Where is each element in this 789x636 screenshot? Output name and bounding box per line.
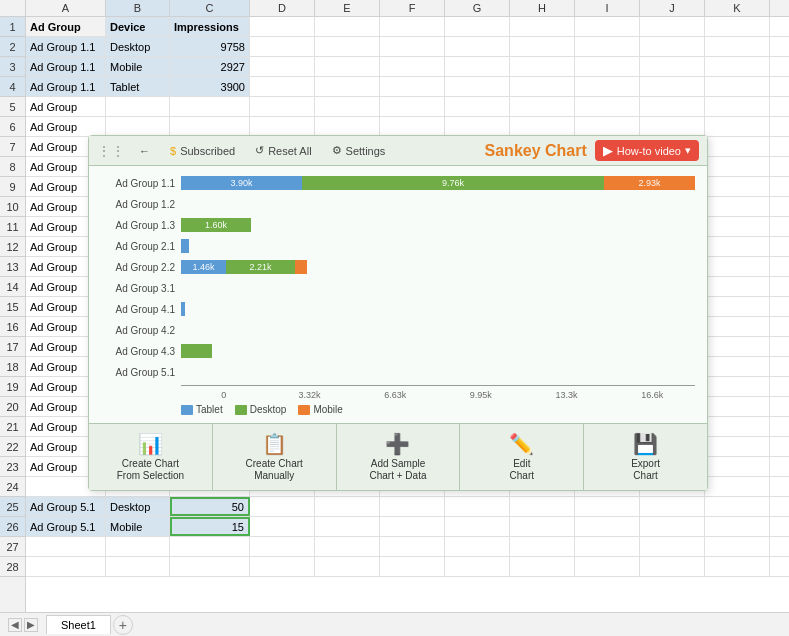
cell-k1[interactable] — [705, 17, 770, 36]
cell-a4[interactable]: Ad Group 1.1 — [26, 77, 106, 96]
cell-f3[interactable] — [380, 57, 445, 76]
cell-h2[interactable] — [510, 37, 575, 56]
cell-a26[interactable]: Ad Group 5.1 — [26, 517, 106, 536]
col-header-g[interactable]: G — [445, 0, 510, 16]
cell-b25[interactable]: Desktop — [106, 497, 170, 516]
cell-i1[interactable] — [575, 17, 640, 36]
cell-b5[interactable] — [106, 97, 170, 116]
header-device[interactable]: Device — [106, 17, 170, 36]
cell-g2[interactable] — [445, 37, 510, 56]
cell-c5[interactable] — [170, 97, 250, 116]
cell-e3[interactable] — [315, 57, 380, 76]
cell-d1[interactable] — [250, 17, 315, 36]
cell-c4[interactable]: 3900 — [170, 77, 250, 96]
cell-c3[interactable]: 2927 — [170, 57, 250, 76]
chart-bar-row: Ad Group 1.3 1.60k — [101, 216, 695, 234]
cell-k4[interactable] — [705, 77, 770, 96]
cell-e2[interactable] — [315, 37, 380, 56]
cell-e4[interactable] — [315, 77, 380, 96]
cell-j3[interactable] — [640, 57, 705, 76]
cell-b2[interactable]: Desktop — [106, 37, 170, 56]
bar-label: Ad Group 1.2 — [101, 199, 181, 210]
col-header-e[interactable]: E — [315, 0, 380, 16]
cell-b26[interactable]: Mobile — [106, 517, 170, 536]
row-num-27: 27 — [0, 537, 25, 557]
video-button[interactable]: ▶ How-to video ▾ — [595, 140, 699, 161]
legend-label-desktop: Desktop — [250, 404, 287, 415]
cell-f5[interactable] — [380, 97, 445, 116]
cell-a3[interactable]: Ad Group 1.1 — [26, 57, 106, 76]
cell-h1[interactable] — [510, 17, 575, 36]
cell-g3[interactable] — [445, 57, 510, 76]
table-row: Ad Group — [26, 117, 789, 137]
create-selection-label: Create ChartFrom Selection — [117, 458, 184, 482]
cell-a2[interactable]: Ad Group 1.1 — [26, 37, 106, 56]
bar-blue: 1.46k — [181, 260, 226, 274]
add-sheet-button[interactable]: + — [113, 615, 133, 635]
settings-button[interactable]: ⚙ Settings — [326, 142, 392, 159]
scroll-right-button[interactable]: ▶ — [24, 618, 38, 632]
col-header-b[interactable]: B — [106, 0, 170, 16]
export-chart-button[interactable]: 💾 ExportChart — [584, 424, 707, 490]
col-header-j[interactable]: J — [640, 0, 705, 16]
row-num-7: 7 — [0, 137, 25, 157]
header-ad-group[interactable]: Ad Group — [26, 17, 106, 36]
scroll-left-button[interactable]: ◀ — [8, 618, 22, 632]
cell-i3[interactable] — [575, 57, 640, 76]
cell-a6[interactable]: Ad Group — [26, 117, 106, 136]
cell-d2[interactable] — [250, 37, 315, 56]
header-impressions[interactable]: Impressions — [170, 17, 250, 36]
bars-container — [181, 322, 695, 338]
cell-e1[interactable] — [315, 17, 380, 36]
drag-handle[interactable]: ⋮⋮ — [97, 143, 125, 159]
col-header-i[interactable]: I — [575, 0, 640, 16]
col-header-f[interactable]: F — [380, 0, 445, 16]
cell-c26[interactable]: 15 — [170, 517, 250, 536]
cell-g5[interactable] — [445, 97, 510, 116]
create-chart-from-selection-button[interactable]: 📊 Create ChartFrom Selection — [89, 424, 213, 490]
cell-h4[interactable] — [510, 77, 575, 96]
back-button[interactable]: ← — [133, 143, 156, 159]
cell-f2[interactable] — [380, 37, 445, 56]
cell-j1[interactable] — [640, 17, 705, 36]
cell-a5[interactable]: Ad Group — [26, 97, 106, 116]
cell-a25[interactable]: Ad Group 5.1 — [26, 497, 106, 516]
cell-j2[interactable] — [640, 37, 705, 56]
cell-k5[interactable] — [705, 97, 770, 116]
col-header-a[interactable]: A — [26, 0, 106, 16]
cell-e5[interactable] — [315, 97, 380, 116]
col-header-k[interactable]: K — [705, 0, 770, 16]
cell-g4[interactable] — [445, 77, 510, 96]
cell-k3[interactable] — [705, 57, 770, 76]
cell-i4[interactable] — [575, 77, 640, 96]
cell-c25[interactable]: 50 — [170, 497, 250, 516]
cell-g1[interactable] — [445, 17, 510, 36]
cell-i5[interactable] — [575, 97, 640, 116]
col-header-d[interactable]: D — [250, 0, 315, 16]
cell-f4[interactable] — [380, 77, 445, 96]
col-header-c[interactable]: C — [170, 0, 250, 16]
cell-k2[interactable] — [705, 37, 770, 56]
col-header-h[interactable]: H — [510, 0, 575, 16]
subscribed-button[interactable]: $ Subscribed — [164, 143, 241, 159]
cell-b4[interactable]: Tablet — [106, 77, 170, 96]
cell-b3[interactable]: Mobile — [106, 57, 170, 76]
cell-j5[interactable] — [640, 97, 705, 116]
cell-j4[interactable] — [640, 77, 705, 96]
bar-label: Ad Group 4.1 — [101, 304, 181, 315]
reset-button[interactable]: ↺ Reset All — [249, 142, 317, 159]
sheet-tab-sheet1[interactable]: Sheet1 — [46, 615, 111, 634]
create-chart-manually-button[interactable]: 📋 Create ChartManually — [213, 424, 337, 490]
cell-h3[interactable] — [510, 57, 575, 76]
cell-d3[interactable] — [250, 57, 315, 76]
cell-i2[interactable] — [575, 37, 640, 56]
cell-h5[interactable] — [510, 97, 575, 116]
add-sample-chart-button[interactable]: ➕ Add SampleChart + Data — [337, 424, 461, 490]
cell-c2[interactable]: 9758 — [170, 37, 250, 56]
edit-chart-button[interactable]: ✏️ EditChart — [460, 424, 584, 490]
chart-overlay: ⋮⋮ ← $ Subscribed ↺ Reset All ⚙ Setting — [88, 135, 708, 491]
legend-swatch-tablet — [181, 405, 193, 415]
cell-d4[interactable] — [250, 77, 315, 96]
cell-d5[interactable] — [250, 97, 315, 116]
cell-f1[interactable] — [380, 17, 445, 36]
